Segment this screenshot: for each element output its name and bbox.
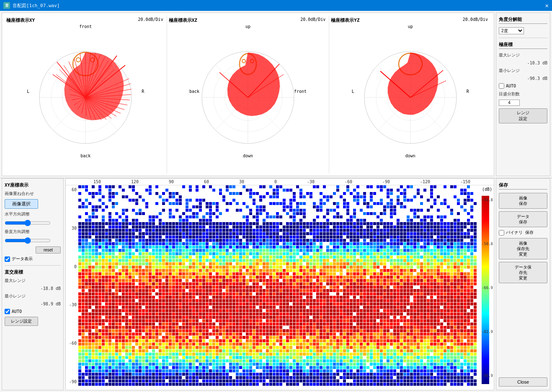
auto-bottom-label: AUTO [12,309,22,314]
polar-db-label-xz: 20.0dB/Div [300,17,325,22]
polar-right-xy: R [142,89,144,94]
colorbar-label: (dB) [482,187,492,192]
range-setting-bottom-button[interactable]: レンジ設定 [5,317,38,326]
polar-top-xy: front [79,24,92,29]
cartesian-title: 直交座標 [5,269,61,275]
top-section: 極座標表示XY 20.0dB/Div front back L R [0,11,552,178]
range-setting-button[interactable]: レンジ設定 [499,108,547,123]
auto-checkbox[interactable] [499,83,504,89]
left-bottom-panel: XY座標表示 画像重ね合わせ 画像選択 水平方向調整 垂直方向調整 reset … [2,178,64,390]
polar-section-title: 極座標 [499,41,547,49]
cb-val-5: -98.9 [482,374,493,378]
cb-val-1: -34.8 [482,198,493,202]
y-label-n60: -60 [66,341,77,346]
polar-right-xz: front [294,89,307,94]
x-label-150: 150 [93,179,101,184]
scale-input[interactable] [499,100,520,106]
polar-left-yz: L [352,89,354,94]
image-overlay-label: 画像重ね合わせ [5,191,61,197]
window-title: 音配図[1ch_07.wav] [13,3,59,9]
reset-button[interactable]: reset [36,246,61,254]
polar-chart-xy[interactable]: front back L R [27,24,144,158]
polar-svg-xy [35,33,136,150]
min-range-label: 最小レンジ [499,68,547,74]
binary-save-checkbox[interactable] [499,230,504,236]
x-label-n120: -120 [420,179,430,184]
data-display-row: データ表示 [5,256,61,262]
polar-panel-xy: 極座標表示XY 20.0dB/Div front back L R [5,15,167,173]
colorbar-values: -34.8 -50.8 -66.9 -82.9 -98.9 [482,198,493,378]
cart-min-range-value: -98.9 dB [5,302,61,306]
angle-resolution-title: 角度分解能 [499,16,547,24]
h-adj-label: 水平方向調整 [5,211,61,217]
x-label-0: 0 [274,179,277,184]
polar-right-yz: R [467,89,469,94]
main-container: 極座標表示XY 20.0dB/Div front back L R [0,11,552,392]
polar-title-yz: 極座標表示YZ [331,17,359,23]
polar-title-xz: 極座標表示XZ [169,17,197,23]
polar-bottom-xy: back [80,154,90,158]
image-select-button[interactable]: 画像選択 [5,199,38,209]
polar-chart-yz[interactable]: up down L R [352,24,469,158]
polar-panel-xz: 極座標表示XZ 20.0dB/Div up down back front [167,15,330,173]
x-label-n30: -30 [307,179,315,184]
bottom-section: XY座標表示 画像重ね合わせ 画像選択 水平方向調整 垂直方向調整 reset … [0,178,552,392]
polar-left-xy: L [27,89,29,94]
h-adj-slider[interactable] [5,220,51,226]
x-label-n150: -150 [460,179,470,184]
x-label-30: 30 [239,179,244,184]
data-save-button[interactable]: データ保存 [499,211,547,227]
polar-chart-xz[interactable]: up down back front [189,24,307,158]
polar-charts-area: 極座標表示XY 20.0dB/Div front back L R [2,13,494,176]
right-top-panel: 角度分解能 2度 5度 10度 極座標 最大レンジ -10.3 dB 最小レンジ… [496,13,550,176]
x-label-90: 90 [169,179,174,184]
y-label-60: 60 [66,187,77,192]
polar-panel-yz: 極座標表示YZ 20.0dB/Div up down L R [329,15,491,173]
image-save-button[interactable]: 画像保存 [499,193,547,209]
y-label-30: 30 [66,226,77,231]
heatmap-canvas[interactable] [78,185,477,386]
polar-top-xz: up [245,24,250,29]
data-display-label: データ表示 [12,256,33,262]
heatmap-x-axis: 150 120 90 60 30 0 -30 -60 -90 -120 -150 [66,179,494,185]
polar-title-xy: 極座標表示XY [6,17,35,23]
y-label-n90: -90 [66,379,77,384]
heatmap-canvas-container [78,185,477,386]
colorbar: (dB) -34.8 -50.8 -66.9 -82.9 -98.9 [477,185,494,386]
y-label-n30: -30 [66,302,77,307]
heatmap-content: 60 30 0 -30 -60 -90 (dB) -34.8 -50.8 [66,185,494,386]
x-label-n60: -60 [345,179,352,184]
binary-save-label: バイナリ 保存 [506,230,534,236]
close-button[interactable]: ✕ [545,2,549,9]
xy-display-title: XY座標表示 [5,182,61,188]
cart-min-range-label: 最小レンジ [5,293,61,299]
data-save-dest-button[interactable]: データ保存先変更 [499,262,547,283]
x-label-120: 120 [131,179,139,184]
data-display-checkbox[interactable] [5,256,10,262]
polar-svg-xz [198,33,298,150]
polar-top-yz: up [408,24,413,29]
v-adj-label: 垂直方向調整 [5,229,61,235]
polar-db-label-yz: 20.0dB/Div [463,17,488,22]
x-label-n90: -90 [382,179,390,184]
polar-bottom-yz: down [405,154,415,158]
max-range-value: -10.3 dB [499,61,547,65]
auto-bottom-checkbox[interactable] [5,309,10,314]
auto-bottom-row: AUTO [5,309,61,314]
cart-max-range-value: -18.8 dB [5,286,61,291]
polar-svg-yz [360,33,461,150]
polar-db-label-xy: 20.0dB/Div [138,17,163,22]
auto-label: AUTO [506,84,516,88]
binary-save-row: バイナリ 保存 [499,230,547,236]
cart-max-range-label: 最大レンジ [5,278,61,284]
save-panel: 保存 画像保存 データ保存 バイナリ 保存 画像保存先変更 データ保存先変更 C… [496,178,550,390]
cb-val-2: -50.8 [482,242,493,246]
cb-val-4: -82.9 [482,330,493,334]
image-save-dest-button[interactable]: 画像保存先変更 [499,238,547,259]
cb-val-3: -66.9 [482,286,493,290]
save-title: 保存 [499,182,547,190]
close-main-button[interactable]: Close [499,377,547,387]
v-adj-slider[interactable] [5,237,51,244]
x-label-60: 60 [204,179,209,184]
angle-resolution-select[interactable]: 2度 5度 10度 [499,27,524,34]
